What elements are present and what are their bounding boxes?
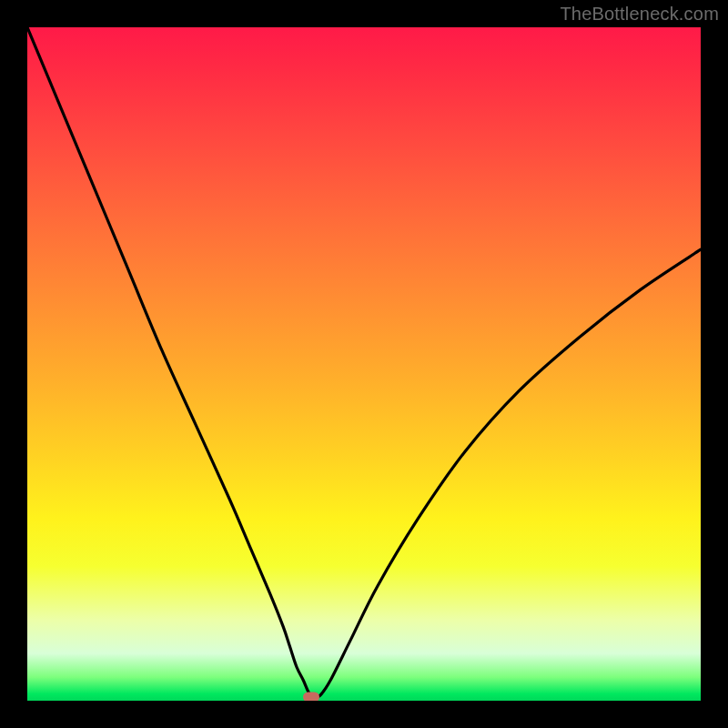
bottleneck-curve <box>27 27 701 701</box>
plot-area <box>27 27 701 701</box>
attribution-text: TheBottleneck.com <box>560 4 719 25</box>
chart-frame: TheBottleneck.com <box>0 0 728 728</box>
minimum-marker <box>303 692 319 701</box>
